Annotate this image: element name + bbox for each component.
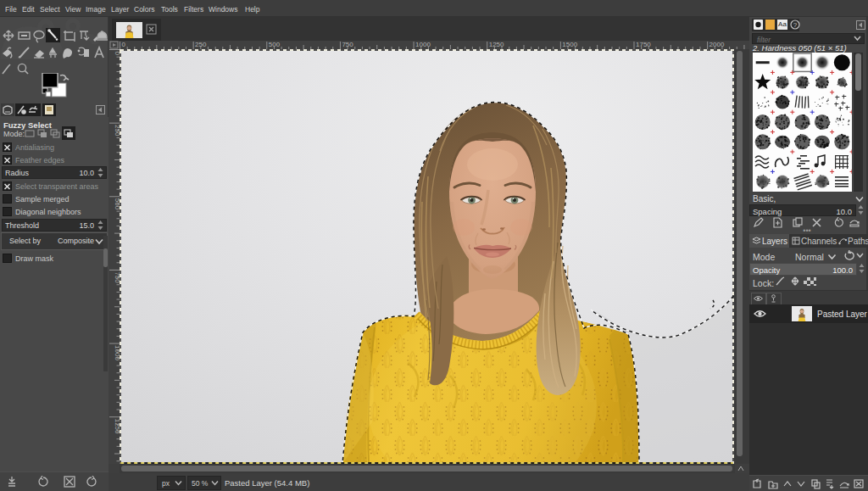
svg-text:?: ? bbox=[793, 21, 798, 29]
svg-text:1750: 1750 bbox=[636, 41, 651, 48]
svg-text:1500: 1500 bbox=[562, 41, 577, 48]
svg-text:750: 750 bbox=[114, 271, 120, 283]
svg-text:750: 750 bbox=[342, 41, 353, 48]
svg-text:250: 250 bbox=[195, 41, 207, 48]
svg-text:250: 250 bbox=[114, 125, 120, 137]
svg-text:0: 0 bbox=[114, 52, 120, 56]
svg-text:500: 500 bbox=[269, 41, 281, 48]
svg-text:0: 0 bbox=[122, 41, 126, 48]
svg-text:1000: 1000 bbox=[114, 345, 120, 360]
svg-text:2000: 2000 bbox=[709, 41, 725, 48]
svg-text:500: 500 bbox=[114, 198, 120, 210]
svg-text:1000: 1000 bbox=[415, 41, 431, 48]
svg-text:1250: 1250 bbox=[114, 419, 120, 434]
svg-text:1250: 1250 bbox=[489, 41, 504, 48]
